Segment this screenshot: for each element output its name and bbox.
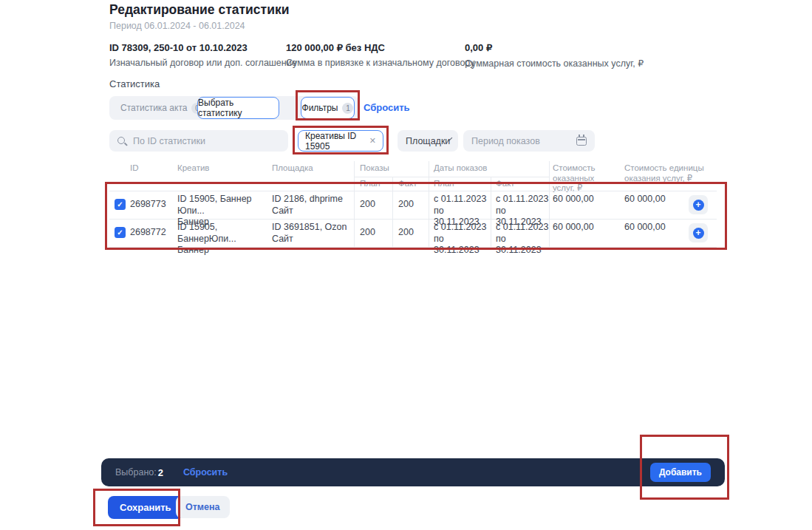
services-total-value: 0,00 ₽ <box>465 42 644 53</box>
subcol-header-fact: Факт <box>398 179 417 189</box>
services-total-label: Суммарная стоимость оказанных услуг, ₽ <box>465 58 644 69</box>
col-header-cost: Стоимость оказанных услуг, ₽ <box>553 163 618 194</box>
cell-shows-plan: 200 <box>360 199 375 211</box>
page: Редактирование статистики Период 06.01.2… <box>0 0 812 530</box>
divider <box>354 177 549 177</box>
cell-dates-fact: с 01.11.2023 по 30.11.2023 <box>496 222 552 256</box>
contract-info: ID 78309, 250-10 от 10.10.2023 Изначальн… <box>109 42 297 68</box>
cell-id: 2698772 <box>130 227 166 239</box>
cell-cost: 60 000,00 <box>553 194 594 205</box>
cell-shows-plan: 200 <box>360 227 375 239</box>
period-input[interactable] <box>471 136 576 146</box>
services-total-info: 0,00 ₽ Суммарная стоимость оказанных усл… <box>465 42 644 69</box>
text-line: Сайт <box>272 205 352 217</box>
period-filter-field[interactable] <box>463 130 595 152</box>
selected-count: 2 <box>158 467 163 478</box>
contract-id-value: ID 78309, 250-10 от 10.10.2023 <box>109 42 297 53</box>
dropdown-label: Площадки <box>406 136 450 146</box>
search-input[interactable] <box>133 136 281 146</box>
statistics-table: ID Креатив Площадка Показы Даты показов … <box>109 161 717 247</box>
contract-sum-value: 120 000,00 ₽ без НДС <box>286 42 474 53</box>
subcol-header-plan: План <box>434 179 454 189</box>
plus-icon: + <box>693 200 704 211</box>
cell-cost: 60 000,00 <box>553 222 594 234</box>
search-icon <box>117 136 127 146</box>
cancel-button[interactable]: Отмена <box>176 496 230 518</box>
tab-label: Статистика акта <box>120 103 187 113</box>
contract-id-label: Изначальный договор или доп. соглашение <box>109 58 297 68</box>
statistics-section-title: Статистика <box>109 78 160 89</box>
selection-reset-link[interactable]: Сбросить <box>183 467 228 478</box>
subcol-header-plan: План <box>360 179 381 189</box>
checkbox-check-icon: ✓ <box>117 229 123 237</box>
cell-platform: ID 3691851, Ozon Сайт <box>272 222 352 245</box>
text-line: ID 15905, БаннерЮпи... <box>177 222 270 245</box>
plus-icon: + <box>693 228 704 239</box>
cell-platform: ID 2186, dhprime Сайт <box>272 194 352 217</box>
tab-label: Фильтры <box>302 103 338 113</box>
calendar-icon <box>576 137 587 146</box>
tab-filters[interactable]: Фильтры 1 <box>301 97 355 119</box>
statistics-tabbar: Статистика акта 0 Выбрать статистику Фил… <box>109 96 359 120</box>
table-row: ✓ 2698772 ID 15905, БаннерЮпи... Баннер … <box>109 219 717 247</box>
cell-shows-fact: 200 <box>398 199 414 211</box>
contract-sum-info: 120 000,00 ₽ без НДС Сумма в привязке к … <box>286 42 474 68</box>
col-header-id: ID <box>130 163 139 174</box>
row-checkbox[interactable]: ✓ <box>115 227 126 238</box>
cell-shows-fact: 200 <box>398 227 414 239</box>
page-period: Период 06.01.2024 - 06.01.2024 <box>109 21 245 31</box>
tab-select-statistics[interactable]: Выбрать статистику <box>197 97 279 119</box>
save-button[interactable]: Сохранить <box>108 496 183 519</box>
add-button[interactable]: Добавить <box>650 463 711 482</box>
col-header-creative: Креатив <box>177 163 209 174</box>
col-header-unit-cost: Стоимость единицы оказания услуг, ₽ <box>624 163 712 183</box>
selected-label: Выбрано: <box>115 467 157 478</box>
table-row: ✓ 2698773 ID 15905, Баннер Юпи... Баннер… <box>109 191 717 219</box>
reset-filters-link[interactable]: Сбросить <box>364 102 410 113</box>
selection-bar: Выбрано: 2 Сбросить Добавить <box>101 458 725 486</box>
col-header-show-dates: Даты показов <box>434 163 487 174</box>
cell-id: 2698773 <box>130 199 166 211</box>
text-line: ID 2186, dhprime <box>272 194 352 205</box>
subcol-header-fact: Факт <box>496 179 515 189</box>
tab-label: Выбрать статистику <box>198 98 279 118</box>
col-header-platform: Площадка <box>272 163 313 174</box>
statistics-search-field[interactable] <box>109 130 288 152</box>
cell-unit-cost: 60 000,00 <box>624 222 666 234</box>
chip-label: Креативы ID 15905 <box>305 131 366 152</box>
text-line: ID 15905, Баннер Юпи... <box>177 194 270 217</box>
contract-sum-label: Сумма в привязке к изначальному договору <box>286 58 474 68</box>
text-line: Сайт <box>272 234 352 245</box>
creative-filter-chip[interactable]: Креативы ID 15905 ✕ <box>298 130 383 152</box>
cell-creative: ID 15905, БаннерЮпи... Баннер <box>177 222 270 256</box>
add-row-button[interactable]: + <box>689 223 708 242</box>
row-checkbox[interactable]: ✓ <box>115 199 126 210</box>
cell-unit-cost: 60 000,00 <box>624 194 666 205</box>
add-row-button[interactable]: + <box>689 195 708 214</box>
checkbox-check-icon: ✓ <box>117 201 123 208</box>
cell-dates-plan: с 01.11.2023 по 30.11.2023 <box>434 222 490 256</box>
close-icon[interactable]: ✕ <box>369 136 376 146</box>
page-title: Редактирование статистики <box>109 2 289 18</box>
col-header-shows: Показы <box>360 163 389 174</box>
text-line: ID 3691851, Ozon <box>272 222 352 234</box>
text-line: Баннер <box>177 245 270 256</box>
tab-count-badge: 1 <box>342 103 353 114</box>
platforms-dropdown[interactable]: Площадки <box>398 130 458 152</box>
